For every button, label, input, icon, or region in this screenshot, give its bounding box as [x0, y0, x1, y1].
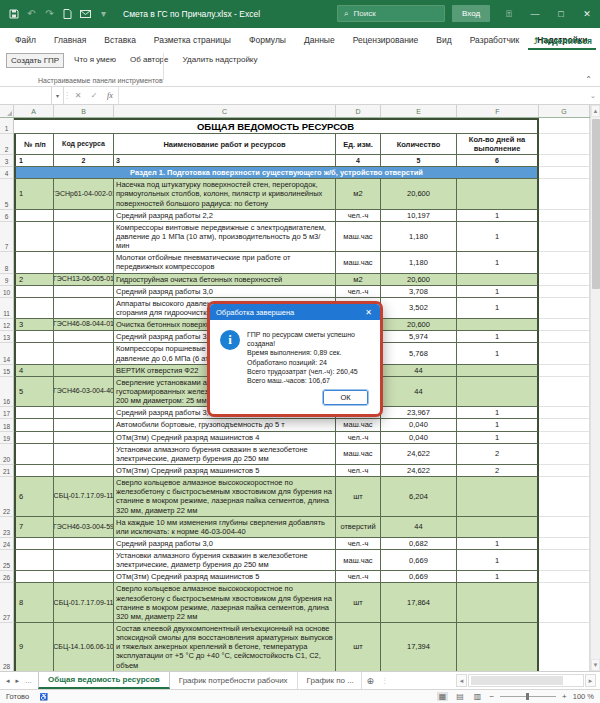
cell-qty[interactable]: 0,669: [381, 550, 457, 571]
cell-num[interactable]: 1: [14, 179, 54, 209]
cell-name[interactable]: Состав клеевой двухкомпонентный инъекцио…: [114, 623, 336, 671]
table-cell[interactable]: № п/п: [14, 134, 54, 155]
cell-days[interactable]: 1: [457, 210, 539, 222]
formula-input[interactable]: [118, 87, 586, 104]
cell-name[interactable]: Молотки отбойные пневматические при рабо…: [114, 252, 336, 273]
cell-unit[interactable]: шт: [336, 477, 381, 517]
row-number[interactable]: 9: [0, 274, 14, 286]
cell-qty[interactable]: 5,974: [381, 331, 457, 343]
row-number[interactable]: 8: [0, 252, 14, 273]
sign-in-button[interactable]: Вход: [452, 5, 490, 22]
cell-empty[interactable]: [539, 210, 590, 222]
cell-empty[interactable]: [539, 179, 590, 209]
vertical-scrollbar[interactable]: ▲ ▼: [590, 105, 600, 671]
row-number[interactable]: 3: [0, 155, 14, 167]
cell-qty[interactable]: 10,197: [381, 210, 457, 222]
new-sheet-icon[interactable]: ⊕: [362, 672, 380, 689]
cell-days[interactable]: 2: [457, 444, 539, 465]
table-title-cell[interactable]: ОБЩАЯ ВЕДОМОСТЬ РЕСУРСОВ: [14, 118, 539, 134]
section-header-cell[interactable]: Раздел 1. Подготовка поверхности существ…: [14, 167, 539, 179]
cell-qty[interactable]: 20,600: [381, 179, 457, 209]
scroll-right-icon[interactable]: ►: [585, 674, 596, 687]
cell-qty[interactable]: 24,622: [381, 465, 457, 477]
cell-num[interactable]: [14, 343, 54, 364]
ribbon-tab-формулы[interactable]: Формулы: [240, 31, 295, 50]
enter-icon[interactable]: ✓: [86, 87, 102, 104]
cell-num[interactable]: [14, 465, 54, 477]
minimize-button[interactable]: —: [522, 9, 548, 19]
cell-code[interactable]: [54, 331, 114, 343]
cell-code[interactable]: [54, 222, 114, 252]
cell-name[interactable]: Сверло кольцевое алмазное высокоскоростн…: [114, 583, 336, 623]
cell-num[interactable]: 7: [14, 517, 54, 538]
cell-unit[interactable]: м2: [336, 274, 381, 286]
cell-code[interactable]: [54, 419, 114, 431]
cell-qty[interactable]: 24,622: [381, 444, 457, 465]
cell-qty[interactable]: 0,040: [381, 432, 457, 444]
cell-unit[interactable]: чел.-ч: [336, 286, 381, 298]
row-number[interactable]: 17: [0, 407, 14, 419]
sheet-tab[interactable]: График по ...: [298, 672, 362, 689]
cell-code[interactable]: [54, 538, 114, 550]
table-cell[interactable]: Кол-во дней на выполнение: [457, 134, 539, 155]
cell-code[interactable]: [54, 210, 114, 222]
cell-days[interactable]: 1: [457, 343, 539, 364]
save-icon[interactable]: [8, 9, 19, 20]
sheet-prev-icon[interactable]: ◂: [6, 677, 10, 685]
row-number[interactable]: 24: [0, 538, 14, 550]
row-number[interactable]: 1: [0, 118, 14, 134]
cell-num[interactable]: 2: [14, 274, 54, 286]
cell-num[interactable]: [14, 432, 54, 444]
cell-empty[interactable]: [539, 298, 590, 319]
row-number[interactable]: 18: [0, 419, 14, 431]
row-number[interactable]: 10: [0, 286, 14, 298]
ribbon-tab-данные[interactable]: Данные: [295, 31, 344, 50]
cell-num[interactable]: [14, 571, 54, 583]
cell-empty[interactable]: [539, 444, 590, 465]
share-button[interactable]: ⤴ Поделиться: [534, 36, 592, 46]
cell-qty[interactable]: 44: [381, 377, 457, 407]
row-number[interactable]: 14: [0, 343, 14, 364]
cell-empty[interactable]: [539, 274, 590, 286]
cell-num[interactable]: 3: [14, 319, 54, 331]
row-number[interactable]: 28: [0, 623, 14, 671]
cell-num[interactable]: [14, 538, 54, 550]
cell-empty[interactable]: [539, 118, 590, 134]
cell-num[interactable]: [14, 210, 54, 222]
ribbon-tab-рецензирование[interactable]: Рецензирование: [344, 31, 428, 50]
cell-num[interactable]: [14, 252, 54, 273]
addin-button[interactable]: Создать ГПР: [6, 53, 64, 68]
new-file-icon[interactable]: [62, 9, 73, 20]
cell-qty[interactable]: 0,040: [381, 419, 457, 431]
cell-code[interactable]: [54, 343, 114, 364]
cell-name[interactable]: Гидроструйная очистка бетонных поверхнос…: [114, 274, 336, 286]
cell-qty[interactable]: 23,967: [381, 407, 457, 419]
cell-qty[interactable]: 44: [381, 365, 457, 377]
cell-days[interactable]: [457, 377, 539, 407]
row-number[interactable]: 16: [0, 377, 14, 407]
cell-unit[interactable]: чел.-ч: [336, 571, 381, 583]
search-box[interactable]: ⌕ Поиск: [337, 5, 445, 22]
cell-days[interactable]: 1: [457, 407, 539, 419]
table-cell[interactable]: 4: [336, 155, 381, 167]
cell-days[interactable]: [457, 623, 539, 671]
cell-qty[interactable]: 0,682: [381, 538, 457, 550]
row-number[interactable]: 4: [0, 167, 14, 179]
ribbon-tab-вставка[interactable]: Вставка: [95, 31, 145, 50]
sheet-next-icon[interactable]: ▸: [16, 677, 20, 685]
cell-days[interactable]: 1: [457, 252, 539, 273]
cell-empty[interactable]: [539, 550, 590, 571]
table-cell[interactable]: Ед. изм.: [336, 134, 381, 155]
column-header-C[interactable]: C: [114, 105, 336, 117]
cell-code[interactable]: ГЭСН13-06-005-01: [54, 274, 114, 286]
cell-unit[interactable]: чел.-ч: [336, 465, 381, 477]
cell-name[interactable]: Автомобили бортовые, грузоподъемность до…: [114, 419, 336, 431]
cell-name[interactable]: Сверло кольцевое алмазное высокоскоростн…: [114, 477, 336, 517]
cell-num[interactable]: [14, 550, 54, 571]
cell-unit[interactable]: маш.час: [336, 222, 381, 252]
cell-unit[interactable]: чел.-ч: [336, 210, 381, 222]
ribbon-display-options-icon[interactable]: ⍐: [496, 9, 522, 20]
cell-qty[interactable]: 6,204: [381, 477, 457, 517]
cell-days[interactable]: 1: [457, 538, 539, 550]
cell-empty[interactable]: [539, 432, 590, 444]
